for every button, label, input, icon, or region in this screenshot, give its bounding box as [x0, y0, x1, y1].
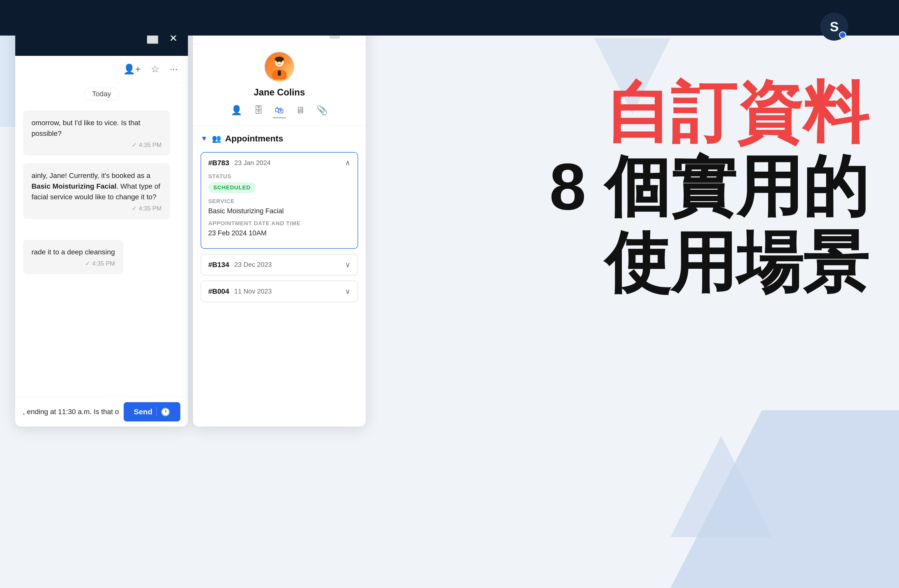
status-field-label: STATUS — [208, 173, 351, 180]
svg-point-5 — [281, 61, 282, 62]
message-text-2: ainly, Jane! Currently, it's booked as a… — [31, 170, 162, 202]
main-container: S ⬜ ✕ 👤+ ☆ ··· Today omorrow, but I'd li… — [0, 0, 899, 588]
avatar-illustration — [267, 54, 292, 79]
checkmark-icon-3: ✓ — [85, 260, 90, 267]
message-text: omorrow, but I'd like to vice. Is that p… — [31, 117, 162, 139]
hero-line-1: 自訂資料 — [549, 76, 868, 149]
tab-files-icon[interactable]: 📎 — [314, 103, 330, 118]
message-bubble-2: ainly, Jane! Currently, it's booked as a… — [23, 163, 170, 219]
appointment-card-header-b004[interactable]: #B004 11 Nov 2023 ∨ — [201, 281, 358, 302]
datetime-field-label: APPOINTMENT DATE AND TIME — [208, 220, 351, 227]
chat-divider — [23, 229, 180, 230]
service-value: Basic Moisturizing Facial — [208, 207, 351, 215]
appointment-date-b004: 11 Nov 2023 — [235, 287, 272, 295]
appointment-card-header-b783[interactable]: #B783 23 Jan 2024 ∧ — [201, 153, 358, 173]
avatar — [264, 51, 295, 82]
appointment-card-b004: #B004 11 Nov 2023 ∨ — [201, 281, 358, 302]
chat-subheader: 👤+ ☆ ··· — [15, 56, 188, 82]
appointment-expand-icon-b004[interactable]: ∨ — [345, 287, 351, 296]
chat-date-section: Today — [15, 82, 188, 105]
top-bar — [0, 0, 899, 35]
add-user-icon[interactable]: 👤+ — [123, 63, 141, 75]
svg-point-3 — [275, 57, 284, 62]
profile-tabs: 👤 🗄 🛍 🖥 📎 — [229, 103, 330, 118]
hero-line-2: 8 個實用的 — [549, 149, 868, 225]
chat-input-area: Send 🕐 — [15, 397, 188, 426]
appointment-card-b783: #B783 23 Jan 2024 ∧ STATUS SCHEDULED SER… — [201, 152, 358, 249]
appointments-chevron-icon[interactable]: ▼ — [201, 134, 208, 143]
send-button[interactable]: Send 🕐 — [124, 402, 180, 421]
message-bubble-3: rade it to a deep cleansing ✓ 4:35 PM — [23, 240, 124, 274]
appointment-collapse-icon-b783[interactable]: ∧ — [345, 159, 351, 167]
user-avatar-initial: S — [830, 19, 839, 34]
status-badge: SCHEDULED — [208, 182, 256, 193]
tab-monitor-icon[interactable]: 🖥 — [293, 103, 307, 118]
appointment-id-b134: #B134 — [208, 261, 229, 269]
send-button-divider — [156, 407, 157, 417]
appointments-section: ▼ 👥 Appointments #B783 23 Jan 2024 ∧ STA… — [193, 126, 366, 426]
datetime-value: 23 Feb 2024 10AM — [208, 229, 351, 237]
appointment-date-b134: 23 Dec 2023 — [235, 261, 272, 269]
appointment-card-body-b783: STATUS SCHEDULED SERVICE Basic Moisturiz… — [201, 173, 358, 248]
appointment-date-b783: 23 Jan 2024 — [235, 159, 271, 167]
appointment-card-header-b134[interactable]: #B134 23 Dec 2023 ∨ — [201, 255, 358, 275]
appointment-expand-icon-b134[interactable]: ∨ — [345, 261, 351, 269]
hero-text-block: 自訂資料 8 個實用的 使用場景 — [549, 76, 868, 301]
more-options-icon[interactable]: ··· — [170, 64, 178, 75]
clock-icon: 🕐 — [161, 407, 170, 417]
message-timestamp-2: ✓ 4:35 PM — [31, 205, 162, 212]
appointments-header: ▼ 👥 Appointments — [201, 131, 358, 146]
message-timestamp: ✓ 4:35 PM — [31, 141, 162, 148]
user-avatar[interactable]: S — [820, 13, 848, 41]
checkmark-icon-2: ✓ — [132, 205, 137, 212]
profile-info: Jane Colins 👤 🗄 🛍 🖥 📎 — [193, 44, 366, 126]
tab-profile-icon[interactable]: 👤 — [229, 103, 244, 118]
user-avatar-dot — [839, 31, 846, 39]
svg-point-4 — [277, 61, 278, 62]
chat-input[interactable] — [23, 405, 119, 418]
hero-line-3: 使用場景 — [549, 225, 868, 301]
message-timestamp-3: ✓ 4:35 PM — [31, 260, 115, 267]
chat-messages: omorrow, but I'd like to vice. Is that p… — [15, 105, 188, 279]
profile-name: Jane Colins — [254, 87, 305, 98]
tab-database-icon[interactable]: 🗄 — [252, 103, 265, 118]
profile-panel: ⬜ ✕ — [193, 20, 366, 426]
chat-panel: ⬜ ✕ 👤+ ☆ ··· Today omorrow, but I'd like… — [15, 20, 188, 426]
appointments-people-icon: 👥 — [212, 134, 221, 143]
star-icon[interactable]: ☆ — [151, 63, 159, 75]
appointment-id-b004: #B004 — [208, 287, 229, 296]
message-text-3: rade it to a deep cleansing — [31, 247, 115, 258]
send-label: Send — [134, 407, 152, 416]
tab-appointments-icon[interactable]: 🛍 — [273, 103, 286, 118]
appointments-title: Appointments — [225, 134, 283, 144]
appointment-card-b134: #B134 23 Dec 2023 ∨ — [201, 254, 358, 275]
svg-rect-7 — [278, 71, 281, 76]
appointment-id-b783: #B783 — [208, 159, 229, 167]
date-badge: Today — [84, 88, 119, 100]
message-bubble: omorrow, but I'd like to vice. Is that p… — [23, 110, 170, 156]
checkmark-icon: ✓ — [132, 141, 137, 148]
service-field-label: SERVICE — [208, 198, 351, 205]
